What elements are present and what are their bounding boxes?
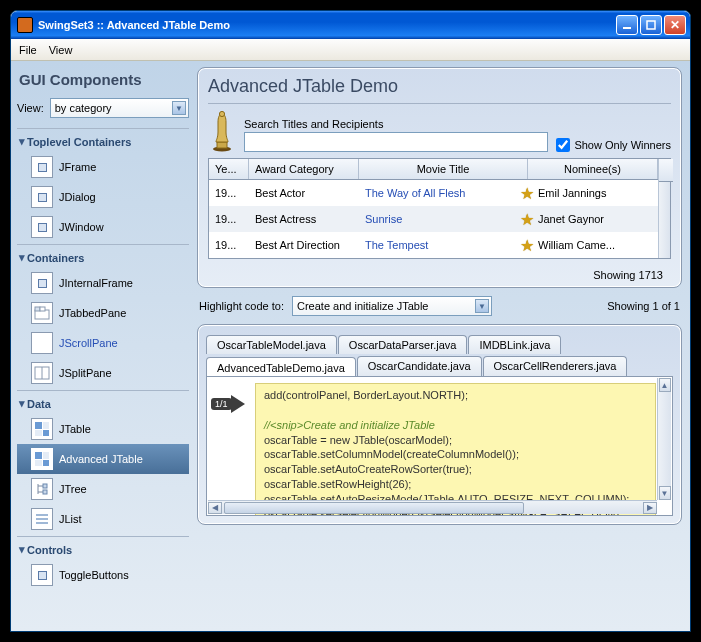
table-row[interactable]: 19...Best ActressSunrise★Janet Gaynor bbox=[209, 206, 658, 232]
tree-item-label: JScrollPane bbox=[59, 337, 118, 349]
minimize-button[interactable] bbox=[616, 15, 638, 35]
tree-group-header[interactable]: ▾Data bbox=[17, 395, 189, 414]
caret-down-icon: ▾ bbox=[17, 251, 27, 264]
code-hscrollbar[interactable]: ◀ ▶ bbox=[208, 500, 657, 514]
col-nominee[interactable]: Nominee(s) bbox=[528, 159, 658, 179]
tree-item-jsplitpane[interactable]: JSplitPane bbox=[17, 358, 189, 388]
demo-title: Advanced JTable Demo bbox=[208, 76, 671, 104]
show-winners-checkbox[interactable] bbox=[556, 138, 570, 152]
window-title: SwingSet3 :: Advanced JTable Demo bbox=[38, 19, 230, 31]
tree-item-advanced-jtable[interactable]: Advanced JTable bbox=[17, 444, 189, 474]
code-vscrollbar[interactable]: ▲ ▼ bbox=[657, 378, 671, 500]
code-tab[interactable]: IMDBLink.java bbox=[468, 335, 561, 354]
tree-group-header[interactable]: ▾Toplevel Containers bbox=[17, 133, 189, 152]
scroll-left-icon[interactable]: ◀ bbox=[208, 502, 222, 514]
tree-item-jframe[interactable]: JFrame bbox=[17, 152, 189, 182]
svg-rect-13 bbox=[36, 518, 48, 520]
cell-movie-link[interactable]: Sunrise bbox=[359, 213, 514, 225]
cell-nominee: ★Janet Gaynor bbox=[514, 210, 658, 229]
table-row[interactable]: 19...Best Art DirectionThe Tempest★Willi… bbox=[209, 232, 658, 258]
scroll-up-icon[interactable]: ▲ bbox=[659, 378, 671, 392]
sidebar-title: GUI Components bbox=[17, 67, 189, 98]
tree-group-header[interactable]: ▾Controls bbox=[17, 541, 189, 560]
match-badge: 1/1 bbox=[211, 395, 245, 413]
component-tree: ▾Toplevel ContainersJFrameJDialogJWindow… bbox=[17, 126, 189, 590]
caret-down-icon: ▾ bbox=[17, 135, 27, 148]
highlight-label: Highlight code to: bbox=[199, 300, 284, 312]
cell-year: 19... bbox=[209, 187, 249, 199]
cell-category: Best Actress bbox=[249, 213, 359, 225]
tree-item-jtree[interactable]: JTree bbox=[17, 474, 189, 504]
svg-rect-14 bbox=[36, 522, 48, 524]
view-combo[interactable]: by category ▼ bbox=[50, 98, 189, 118]
cell-year: 19... bbox=[209, 239, 249, 251]
tree-item-jdialog[interactable]: JDialog bbox=[17, 182, 189, 212]
menu-view[interactable]: View bbox=[49, 44, 73, 56]
maximize-button[interactable] bbox=[640, 15, 662, 35]
code-tab[interactable]: OscarTableModel.java bbox=[206, 335, 337, 354]
col-category[interactable]: Award Category bbox=[249, 159, 359, 179]
scroll-down-icon[interactable]: ▼ bbox=[659, 486, 671, 500]
table-row[interactable]: 19...Best ActorThe Way of All Flesh★Emil… bbox=[209, 180, 658, 206]
tree-item-label: JFrame bbox=[59, 161, 96, 173]
titlebar[interactable]: SwingSet3 :: Advanced JTable Demo ✕ bbox=[11, 11, 690, 39]
col-movie[interactable]: Movie Title bbox=[359, 159, 528, 179]
tree-item-label: JWindow bbox=[59, 221, 104, 233]
search-input[interactable] bbox=[244, 132, 548, 152]
svg-point-17 bbox=[219, 111, 224, 116]
demo-panel: Advanced JTable Demo Search Titles and R… bbox=[197, 67, 682, 288]
svg-rect-3 bbox=[35, 307, 40, 311]
caret-down-icon: ▾ bbox=[17, 543, 27, 556]
results-table: Ye... Award Category Movie Title Nominee… bbox=[208, 158, 671, 259]
oscar-statue-icon bbox=[208, 110, 236, 152]
code-tab[interactable]: OscarCellRenderers.java bbox=[483, 356, 628, 376]
menu-file[interactable]: File bbox=[19, 44, 37, 56]
close-button[interactable]: ✕ bbox=[664, 15, 686, 35]
tree-item-label: ToggleButtons bbox=[59, 569, 129, 581]
show-winners-label: Show Only Winners bbox=[574, 139, 671, 151]
col-year[interactable]: Ye... bbox=[209, 159, 249, 179]
cell-category: Best Actor bbox=[249, 187, 359, 199]
cell-movie-link[interactable]: The Tempest bbox=[359, 239, 514, 251]
code-tab[interactable]: AdvancedTableDemo.java bbox=[206, 357, 356, 377]
tree-item-label: JTree bbox=[59, 483, 87, 495]
sidebar: GUI Components View: by category ▼ ▾Topl… bbox=[11, 61, 193, 631]
code-tabs-row1: OscarTableModel.javaOscarDataParser.java… bbox=[206, 333, 673, 354]
table-scrollbar[interactable] bbox=[658, 159, 670, 258]
tree-item-jinternalframe[interactable]: JInternalFrame bbox=[17, 268, 189, 298]
scroll-thumb[interactable] bbox=[224, 502, 524, 514]
tree-item-togglebuttons[interactable]: ToggleButtons bbox=[17, 560, 189, 590]
svg-rect-10 bbox=[43, 484, 47, 488]
highlight-row: Highlight code to: Create and initialize… bbox=[197, 296, 682, 316]
cell-year: 19... bbox=[209, 213, 249, 225]
view-combo-value: by category bbox=[55, 102, 112, 114]
tree-item-label: Advanced JTable bbox=[59, 453, 143, 465]
tree-item-jlist[interactable]: JList bbox=[17, 504, 189, 534]
tree-item-label: JTabbedPane bbox=[59, 307, 126, 319]
tree-item-label: JTable bbox=[59, 423, 91, 435]
svg-rect-16 bbox=[217, 142, 227, 148]
tree-item-jtabbedpane[interactable]: JTabbedPane bbox=[17, 298, 189, 328]
tree-item-label: JInternalFrame bbox=[59, 277, 133, 289]
svg-rect-1 bbox=[647, 21, 655, 29]
tree-item-label: JSplitPane bbox=[59, 367, 112, 379]
code-tab[interactable]: OscarDataParser.java bbox=[338, 335, 468, 354]
tree-item-label: JList bbox=[59, 513, 82, 525]
tree-item-jscrollpane[interactable]: JScrollPane bbox=[17, 328, 189, 358]
code-highlight-block: add(controlPanel, BorderLayout.NORTH); /… bbox=[255, 383, 656, 516]
scroll-right-icon[interactable]: ▶ bbox=[643, 502, 657, 514]
code-tab[interactable]: OscarCandidate.java bbox=[357, 356, 482, 376]
cell-nominee: ★William Came... bbox=[514, 236, 658, 255]
tree-item-jtable[interactable]: JTable bbox=[17, 414, 189, 444]
table-header: Ye... Award Category Movie Title Nominee… bbox=[209, 159, 658, 180]
star-icon: ★ bbox=[520, 236, 534, 255]
code-tabs-row2: AdvancedTableDemo.javaOscarCandidate.jav… bbox=[206, 354, 673, 376]
chevron-down-icon: ▼ bbox=[475, 299, 489, 313]
tree-item-jwindow[interactable]: JWindow bbox=[17, 212, 189, 242]
showing-count: Showing 1713 bbox=[208, 265, 671, 281]
code-panel: OscarTableModel.javaOscarDataParser.java… bbox=[197, 324, 682, 525]
cell-nominee: ★Emil Jannings bbox=[514, 184, 658, 203]
highlight-combo[interactable]: Create and initialize JTable ▼ bbox=[292, 296, 492, 316]
tree-group-header[interactable]: ▾Containers bbox=[17, 249, 189, 268]
cell-movie-link[interactable]: The Way of All Flesh bbox=[359, 187, 514, 199]
